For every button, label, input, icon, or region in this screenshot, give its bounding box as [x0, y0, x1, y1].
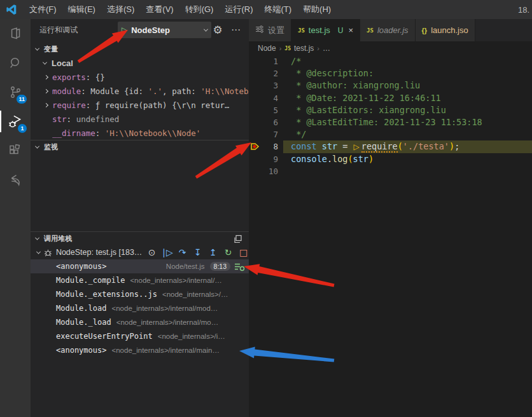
gutter[interactable]	[249, 140, 264, 153]
gutter[interactable]	[249, 55, 264, 67]
breadcrumb-item[interactable]: test.js	[294, 44, 314, 53]
tab-label: 设置	[268, 25, 284, 36]
search-icon	[8, 55, 24, 71]
menu-item-查看V[interactable]: 查看(V)	[140, 0, 179, 19]
frame-name: Module._extensions..js	[56, 290, 157, 299]
stack-frame-row[interactable]: Module._extensions..js<node_internals>/…	[31, 287, 249, 301]
breadcrumb-item[interactable]: …	[323, 44, 330, 53]
js-icon: JS	[367, 27, 374, 34]
code-line[interactable]: 10	[249, 165, 532, 177]
step-out-icon[interactable]: ↥	[207, 247, 218, 257]
menu-item-运行R[interactable]: 运行(R)	[219, 0, 258, 19]
chevron-down-icon	[35, 236, 39, 240]
vscode-window: 文件(F)编辑(E)选择(S)查看(V)转到(G)运行(R)终端(T)帮助(H)…	[0, 0, 532, 417]
gutter[interactable]	[249, 104, 264, 116]
code-line[interactable]: 3 * @author: xiangrong.liu	[249, 79, 532, 92]
gutter[interactable]	[249, 79, 264, 92]
chevron-down-icon	[36, 249, 41, 254]
scope-local-row[interactable]: Local	[31, 56, 249, 70]
code-line[interactable]: 9console.log(str)	[249, 153, 532, 165]
gutter[interactable]	[249, 153, 264, 165]
gutter[interactable]	[249, 116, 264, 128]
tab-设置[interactable]: 设置	[249, 19, 291, 41]
stack-frame-row[interactable]: executeUserEntryPoint<node_internals>/i…	[31, 329, 249, 343]
step-into-icon[interactable]: ↧	[192, 247, 203, 257]
line-number: 5	[264, 104, 278, 116]
pause-icon[interactable]: ⊙	[146, 247, 157, 257]
line-text: */	[278, 128, 306, 140]
gutter[interactable]	[249, 165, 264, 177]
variable-row[interactable]: require: ƒ require(path) {\r\n retur…	[31, 98, 249, 112]
frame-source: <node_internals>/internal/…	[130, 277, 222, 284]
activity-search-icon[interactable]	[0, 48, 31, 78]
debug-settings-gear-button[interactable]: ⚙	[209, 22, 226, 38]
gutter[interactable]	[249, 92, 264, 104]
menu-item-编辑E[interactable]: 编辑(E)	[62, 0, 101, 19]
activity-back-arrow-icon[interactable]	[0, 165, 31, 195]
code-line[interactable]: 4 * @Date: 2021-11-22 16:46:11	[249, 92, 532, 104]
variable-row[interactable]: __dirname: 'H:\\Notebook\\Node'	[31, 126, 249, 140]
tab-test.js[interactable]: JStest.jsU×	[291, 19, 360, 41]
code-line[interactable]: 8const str = ▷require('./testa');	[249, 140, 532, 153]
code-line[interactable]: 1/*	[249, 55, 532, 67]
code-token: str	[353, 154, 368, 164]
start-debug-icon[interactable]: ▷	[122, 25, 127, 34]
code-line[interactable]: 5 * @LastEditors: xiangrong.liu	[249, 104, 532, 116]
activity-explorer-icon[interactable]	[0, 19, 31, 48]
watch-section-label: 监视	[44, 142, 58, 152]
code-token: * @LastEditTime: 2021-11-23 11:53:18	[291, 117, 482, 127]
code-line[interactable]: 6 * @LastEditTime: 2021-11-23 11:53:18	[249, 116, 532, 128]
continue-icon[interactable]: ∣▷	[162, 247, 172, 257]
stop-icon[interactable]: □	[238, 247, 249, 257]
open-view-icon[interactable]	[234, 235, 242, 243]
variables-section-header[interactable]: 变量	[31, 42, 249, 56]
stack-frame-row[interactable]: Module._compile<node_internals>/internal…	[31, 273, 249, 287]
stack-frame-row[interactable]: <anonymous>Node/test.js8:13	[31, 259, 249, 273]
stack-frame-row[interactable]: Module._load<node_internals>/internal/mo…	[31, 315, 249, 329]
variable-row[interactable]: exports: {}	[31, 70, 249, 84]
menu-item-终端T[interactable]: 终端(T)	[258, 0, 297, 19]
code-line[interactable]: 7 */	[249, 128, 532, 140]
colon: :	[81, 86, 90, 96]
code-editor[interactable]: 1/*2 * @description: 3 * @author: xiangr…	[249, 55, 532, 417]
variable-value: 'H:\\Notebook\\Node'	[105, 128, 201, 138]
code-line[interactable]: 2 * @description:	[249, 67, 532, 79]
menu-item-文件F[interactable]: 文件(F)	[24, 0, 62, 19]
variable-name: __dirname	[52, 128, 95, 138]
variable-value: 'H:\\Noteb…	[200, 86, 249, 96]
line-number: 1	[264, 55, 278, 67]
close-icon[interactable]: ×	[348, 25, 353, 35]
stack-frame-row[interactable]: <anonymous><node_internals>/internal/mai…	[31, 343, 249, 357]
restart-icon[interactable]: ↻	[223, 247, 234, 257]
activity-source-control-icon[interactable]: 11	[0, 78, 31, 107]
launch-config-label: NodeStep	[131, 25, 204, 35]
variable-row[interactable]: str: undefined	[31, 112, 249, 126]
step-over-icon[interactable]: ↷	[177, 247, 188, 257]
menu-item-转到G[interactable]: 转到(G)	[179, 0, 220, 19]
menu-item-选择S[interactable]: 选择(S)	[101, 0, 140, 19]
activity-bar: 111	[0, 19, 31, 417]
breadcrumb-item[interactable]: Node	[258, 44, 276, 53]
code-token: (	[398, 141, 403, 151]
gutter[interactable]	[249, 67, 264, 79]
chevron-right-icon	[44, 102, 48, 107]
debug-session-row[interactable]: NodeStep: test.js [183… ⊙∣▷↷↧↥↻□	[31, 245, 249, 259]
call-stack-section-header[interactable]: 调用堆栈	[31, 231, 249, 245]
watch-section-header[interactable]: 监视	[31, 140, 249, 154]
launch-config-dropdown[interactable]: ▷ NodeStep	[118, 22, 211, 38]
breadcrumb[interactable]: Node›JStest.js›…	[249, 41, 532, 55]
activity-run-debug-icon[interactable]: 1	[0, 107, 31, 136]
menu-item-帮助H[interactable]: 帮助(H)	[297, 0, 337, 19]
variable-row[interactable]: module: Module {id: '.', path: 'H:\\Note…	[31, 84, 249, 98]
tab-loader.js[interactable]: JSloader.js	[360, 19, 416, 41]
stack-frame-row[interactable]: Module.load<node_internals>/internal/mod…	[31, 301, 249, 315]
js-icon: JS	[298, 27, 305, 34]
more-actions-button[interactable]: ⋯	[228, 22, 244, 38]
code-token: */	[291, 129, 306, 139]
frame-name: <anonymous>	[56, 262, 106, 271]
activity-extensions-icon[interactable]	[0, 136, 31, 165]
line-text: console.log(str)	[278, 153, 374, 165]
gutter[interactable]	[249, 128, 264, 140]
stack-frames-icon[interactable]	[234, 262, 245, 271]
tab-launch.jso[interactable]: {}launch.jso	[416, 19, 475, 41]
